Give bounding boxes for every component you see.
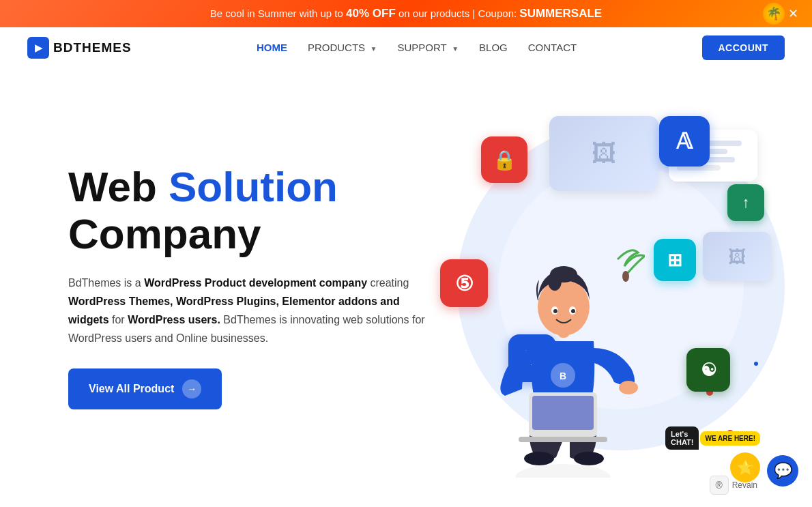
logo[interactable]: ▶ BDTHEMES	[27, 37, 132, 59]
app-icon-teal-e: ⊞	[654, 239, 696, 281]
decorative-dot-3	[754, 362, 758, 366]
hero-btn-arrow: →	[182, 379, 201, 399]
svg-point-15	[553, 309, 557, 313]
nav-item-blog[interactable]: BLOG	[479, 42, 508, 54]
navbar: ▶ BDTHEMES HOME PRODUCTS ▼ SUPPORT ▼ BLO…	[0, 27, 812, 68]
svg-point-0	[515, 464, 611, 478]
nav-link-blog[interactable]: BLOG	[479, 42, 508, 53]
banner-close-button[interactable]: ✕	[788, 6, 798, 21]
svg-point-16	[571, 309, 575, 313]
image-card-right-inner: 🖼	[703, 232, 771, 281]
support-dropdown-icon: ▼	[452, 45, 459, 53]
products-dropdown-icon: ▼	[371, 45, 377, 53]
nav-item-support[interactable]: SUPPORT ▼	[397, 42, 459, 54]
banner-off: 40% OFF	[346, 7, 396, 20]
nav-item-home[interactable]: HOME	[257, 42, 287, 54]
nav-link-support[interactable]: SUPPORT	[397, 42, 446, 53]
hero-desc-bold3: WordPress users.	[128, 314, 220, 325]
nav-link-home[interactable]: HOME	[257, 42, 287, 53]
app-icon-green-small: ↑	[727, 184, 764, 221]
svg-point-2	[574, 452, 604, 465]
nav-item-contact[interactable]: CONTACT	[528, 42, 577, 54]
logo-icon: ▶	[27, 37, 49, 59]
svg-point-17	[622, 271, 629, 282]
image-card-top-inner: 🖼	[549, 116, 658, 191]
nav-link-products[interactable]: PRODUCTS	[308, 42, 365, 53]
svg-rect-8	[519, 437, 607, 442]
banner-text-pre: Be cool in Summer with up to	[210, 8, 346, 19]
view-all-product-button[interactable]: View All Product →	[68, 368, 222, 409]
chat-bubble-button[interactable]: 💬	[767, 455, 798, 487]
account-button[interactable]: ACCOUNT	[702, 35, 785, 60]
banner-text-mid: on our products | Coupon:	[396, 8, 520, 19]
app-icon-red-lock: 🔒	[481, 136, 527, 183]
app-icon-green-s: ☯	[686, 348, 730, 392]
hero-description: BdThemes is a WordPress Product developm…	[68, 274, 426, 348]
banner-coupon: SUMMERSALE	[519, 7, 602, 20]
hero-content: Web Solution Company BdThemes is a WordP…	[68, 164, 426, 409]
hero-illustration: 🖼 🖼 🔒 𝔸 ⊞ ⑤ 𝐁 ☯ ↑	[426, 96, 785, 478]
svg-text:B: B	[560, 371, 566, 381]
chat-bubbles: Let's CHAT! WE ARE HERE! ⭐	[665, 426, 760, 482]
svg-point-10	[538, 278, 590, 336]
person-svg: B	[481, 218, 645, 478]
image-card-top: 🖼	[549, 116, 658, 191]
hero-title: Web Solution Company	[68, 164, 426, 257]
svg-rect-7	[532, 396, 594, 430]
lets-text: Let's	[671, 430, 688, 438]
chat-widget: Let's CHAT! WE ARE HERE! ⭐ 💬	[665, 426, 798, 487]
hero-title-pre: Web	[68, 163, 169, 210]
image-card-right: 🖼	[703, 232, 771, 281]
chat-star-icon[interactable]: ⭐	[730, 452, 760, 482]
image-placeholder-icon: 🖼	[592, 139, 616, 168]
logo-text: BDTHEMES	[53, 40, 132, 55]
person-illustration: B	[481, 218, 645, 478]
nav-links: HOME PRODUCTS ▼ SUPPORT ▼ BLOG CONTACT	[257, 42, 577, 54]
chat-label: Let's CHAT! WE ARE HERE!	[665, 426, 760, 450]
app-icon-blue-a: 𝔸	[659, 116, 710, 166]
svg-point-1	[524, 452, 554, 465]
chat-icon-row: ⭐	[730, 452, 760, 482]
svg-point-12	[548, 272, 562, 291]
hero-desc-mid2: for	[109, 314, 128, 325]
hero-desc-pre: BdThemes is a	[68, 277, 144, 289]
hero-btn-label: View All Product	[89, 383, 174, 395]
hero-desc-bold1: WordPress Product development company	[144, 277, 367, 289]
lets-chat-text: Let's CHAT!	[665, 426, 699, 450]
chat-text: CHAT!	[671, 438, 693, 446]
hero-title-highlight: Solution	[169, 163, 338, 210]
nav-item-products[interactable]: PRODUCTS ▼	[308, 42, 377, 54]
hero-section: Web Solution Company BdThemes is a WordP…	[0, 68, 812, 478]
image-placeholder-icon2: 🖼	[728, 246, 746, 267]
svg-point-5	[619, 381, 638, 394]
summer-icon: 🌴	[763, 3, 785, 25]
hero-desc-mid1: creating	[367, 277, 409, 289]
nav-link-contact[interactable]: CONTACT	[528, 42, 577, 53]
hero-title-post: Company	[68, 210, 261, 257]
we-are-here-text: WE ARE HERE!	[700, 431, 760, 446]
promo-banner: Be cool in Summer with up to 40% OFF on …	[0, 0, 812, 27]
